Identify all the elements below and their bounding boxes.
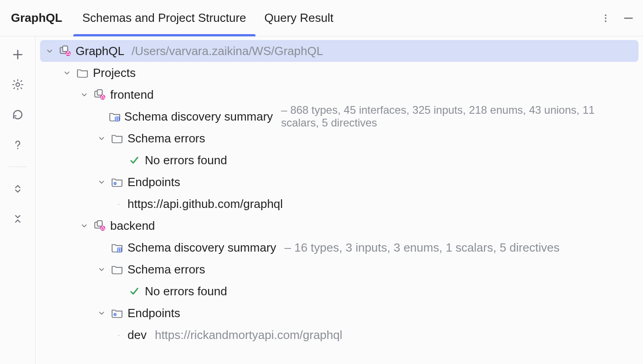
minimize-icon[interactable]: [619, 9, 638, 27]
header-actions: [597, 0, 638, 36]
chevron-down-icon[interactable]: [62, 69, 72, 77]
project-node-backend[interactable]: backend: [40, 215, 638, 237]
schema-folder-icon: [110, 243, 124, 253]
projects-label: Projects: [93, 66, 136, 80]
svg-point-7: [17, 148, 18, 149]
svg-point-6: [16, 83, 20, 86]
header: GraphQL Schemas and Project Structure Qu…: [0, 0, 643, 36]
svg-point-0: [605, 14, 607, 16]
discovery-label: Schema discovery summary: [124, 110, 273, 124]
svg-point-29: [115, 314, 116, 315]
endpoint-folder-icon: [110, 177, 124, 187]
check-icon: [128, 155, 141, 166]
endpoint-folder-icon: [110, 308, 124, 318]
svg-rect-13: [97, 90, 102, 95]
bullet-icon: ·: [114, 331, 124, 339]
collapse-updown-icon[interactable]: [8, 209, 28, 229]
chevron-down-icon[interactable]: [97, 265, 107, 273]
chevron-down-icon[interactable]: [97, 134, 107, 142]
svg-point-1: [605, 17, 607, 19]
project-name: backend: [110, 219, 155, 233]
endpoints-node[interactable]: Endpoints: [40, 302, 638, 324]
refresh-icon[interactable]: [8, 105, 28, 125]
errors-label: Schema errors: [128, 263, 205, 277]
more-icon[interactable]: [597, 9, 615, 27]
svg-point-2: [605, 20, 607, 22]
tab-query-result[interactable]: Query Result: [255, 0, 343, 36]
chevron-down-icon[interactable]: [97, 309, 107, 317]
tree-root[interactable]: GraphQL /Users/varvara.zaikina/WS/GraphQ…: [40, 40, 638, 62]
folder-icon: [110, 264, 124, 274]
tree-panel: GraphQL /Users/varvara.zaikina/WS/GraphQ…: [36, 36, 643, 364]
expand-updown-icon[interactable]: [8, 179, 28, 199]
svg-rect-9: [63, 46, 68, 51]
check-icon: [128, 286, 141, 297]
add-icon[interactable]: [8, 45, 28, 65]
endpoint-item[interactable]: · https://api.github.com/graphql: [40, 193, 638, 215]
endpoint-url: https://api.github.com/graphql: [128, 197, 283, 211]
project-name: frontend: [110, 88, 153, 102]
schema-errors-node[interactable]: Schema errors: [40, 258, 638, 280]
no-errors-item: No errors found: [40, 149, 638, 171]
graphql-project-icon: [58, 45, 72, 57]
endpoint-item[interactable]: · dev https://rickandmortyapi.com/graphq…: [40, 324, 638, 346]
svg-point-20: [115, 183, 116, 184]
errors-label: Schema errors: [128, 131, 205, 146]
chevron-down-icon[interactable]: [79, 91, 89, 99]
discovery-meta: – 868 types, 45 interfaces, 325 inputs, …: [281, 104, 634, 129]
tool-window-title: GraphQL: [0, 11, 73, 25]
project-node-frontend[interactable]: frontend: [40, 84, 638, 106]
schema-errors-node[interactable]: Schema errors: [40, 127, 638, 149]
gear-icon[interactable]: [8, 75, 28, 95]
schema-folder-icon: [109, 111, 121, 121]
schema-discovery-node[interactable]: Schema discovery summary – 16 types, 3 i…: [40, 237, 638, 258]
folder-icon: [76, 68, 89, 78]
divider: [9, 167, 27, 167]
endpoints-node[interactable]: Endpoints: [40, 171, 638, 193]
chevron-down-icon[interactable]: [79, 222, 89, 230]
discovery-meta: – 16 types, 3 inputs, 3 enums, 1 scalars…: [285, 241, 560, 255]
graphql-project-icon: [93, 220, 107, 232]
root-path: /Users/varvara.zaikina/WS/GraphQL: [132, 44, 323, 58]
root-name: GraphQL: [76, 44, 124, 58]
projects-node[interactable]: Projects: [40, 62, 638, 84]
bullet-});icon: ·: [114, 200, 124, 207]
help-icon[interactable]: [8, 135, 28, 155]
endpoint-name: dev: [128, 328, 147, 342]
endpoint-url: https://rickandmortyapi.com/graphql: [155, 328, 342, 342]
tab-label: Query Result: [265, 11, 334, 25]
errors-status: No errors found: [145, 284, 227, 298]
sidebar: [0, 36, 36, 364]
discovery-label: Schema discovery summary: [128, 241, 276, 255]
tab-schemas[interactable]: Schemas and Project Structure: [73, 0, 255, 36]
svg-rect-22: [97, 221, 102, 226]
folder-icon: [110, 133, 124, 143]
tab-label: Schemas and Project Structure: [82, 11, 246, 25]
errors-status: No errors found: [145, 153, 227, 167]
graphql-project-icon: [93, 89, 107, 101]
schema-discovery-node[interactable]: Schema discovery summary – 868 types, 45…: [40, 106, 638, 127]
no-errors-item: No errors found: [40, 280, 638, 302]
endpoints-label: Endpoints: [128, 306, 180, 320]
tabs: Schemas and Project Structure Query Resu…: [73, 0, 343, 36]
chevron-down-icon[interactable]: [45, 47, 55, 55]
endpoints-label: Endpoints: [128, 175, 180, 189]
chevron-down-icon[interactable]: [97, 178, 107, 186]
